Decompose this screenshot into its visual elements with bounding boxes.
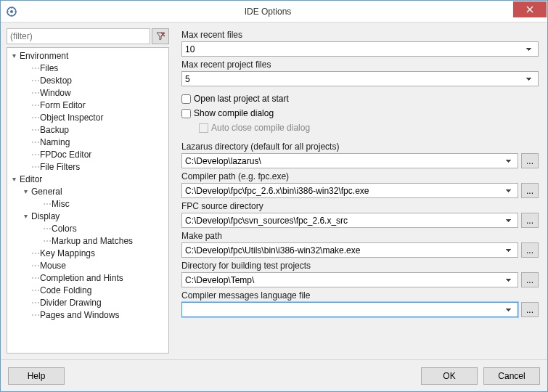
cancel-button[interactable]: Cancel xyxy=(483,367,540,385)
tree-leaf-icon xyxy=(22,261,30,269)
tree-item[interactable]: ⋯ Completion and Hints xyxy=(7,271,168,284)
tree-item[interactable]: ⋯ Key Mappings xyxy=(7,247,168,259)
tree-item-label: Files xyxy=(40,63,58,73)
close-button[interactable] xyxy=(513,1,547,17)
options-panel: Max recent files 10 Max recent project f… xyxy=(181,28,541,354)
filter-input[interactable] xyxy=(7,28,150,44)
tree-item-label: Desktop xyxy=(40,75,72,86)
tree-item[interactable]: ⋯ Divider Drawing xyxy=(7,296,168,309)
tree-leaf-icon xyxy=(33,200,41,208)
tree-item-label: Naming xyxy=(40,137,70,147)
tree-item[interactable]: ▾General xyxy=(7,185,168,197)
comp-path-select[interactable]: C:\Develop\fpc\fpc_2.6.x\bin\i386-win32\… xyxy=(181,183,518,198)
tree-item[interactable]: ⋯ Colors xyxy=(7,222,168,234)
tree-item[interactable]: ⋯ Desktop xyxy=(7,74,168,86)
comp-path-label: Compiler path (e.g. fpc.exe) xyxy=(181,171,539,181)
tree-item[interactable]: ▾Display xyxy=(7,210,168,222)
msg-file-select[interactable] xyxy=(181,302,518,317)
test-dir-label: Directory for building test projects xyxy=(181,261,539,271)
tree-item[interactable]: ⋯ Mouse xyxy=(7,259,168,271)
fpc-src-label: FPC source directory xyxy=(181,201,539,211)
test-dir-select[interactable]: C:\Develop\Temp\ xyxy=(181,272,518,287)
tree-item-label: File Filters xyxy=(40,162,80,172)
tree-item[interactable]: ⋯ File Filters xyxy=(7,160,168,173)
tree-connector: ⋯ xyxy=(31,285,40,295)
tree-item[interactable]: ⋯ Files xyxy=(7,62,168,74)
tree-item[interactable]: ⋯ Misc xyxy=(7,197,168,210)
tree-item-label: Key Mappings xyxy=(40,248,95,258)
tree-connector: ⋯ xyxy=(31,310,40,320)
tree-item-label: Completion and Hints xyxy=(40,273,123,283)
tree-item-label: Form Editor xyxy=(40,100,86,110)
tree-item-label: Environment xyxy=(20,51,68,61)
collapse-icon[interactable]: ▾ xyxy=(10,52,18,60)
tree-leaf-icon xyxy=(22,249,30,257)
make-path-select[interactable]: C:\Develop\fpc\Utils\bin\i386-win32\make… xyxy=(181,242,518,258)
tree-item[interactable]: ⋯ FPDoc Editor xyxy=(7,148,168,160)
tree-leaf-icon xyxy=(33,237,41,245)
tree-leaf-icon xyxy=(22,113,30,121)
tree-connector: ⋯ xyxy=(31,273,40,283)
tree-item-label: Editor xyxy=(20,174,42,184)
tree-leaf-icon xyxy=(22,101,30,109)
make-path-label: Make path xyxy=(181,231,539,241)
tree-item[interactable]: ⋯ Object Inspector xyxy=(7,111,168,123)
options-tree[interactable]: ▾Environment⋯ Files⋯ Desktop⋯ Window⋯ Fo… xyxy=(7,47,169,354)
tree-item[interactable]: ⋯ Naming xyxy=(7,136,168,148)
laz-dir-select[interactable]: C:\Develop\lazarus\ xyxy=(181,153,518,168)
make-path-browse[interactable]: ... xyxy=(521,242,539,258)
tree-item[interactable]: ▾Editor xyxy=(7,173,168,185)
tree-item[interactable]: ▾Environment xyxy=(7,49,168,62)
tree-connector: ⋯ xyxy=(31,88,40,98)
msg-file-browse[interactable]: ... xyxy=(521,302,539,317)
tree-leaf-icon xyxy=(22,274,30,282)
tree-connector: ⋯ xyxy=(31,100,40,110)
splitter[interactable] xyxy=(173,28,177,354)
tree-item-label: Object Inspector xyxy=(40,113,103,123)
tree-leaf-icon xyxy=(22,163,30,171)
tree-leaf-icon xyxy=(22,298,30,306)
laz-dir-browse[interactable]: ... xyxy=(521,153,539,168)
tree-connector: ⋯ xyxy=(43,224,52,234)
tree-item-label: Misc xyxy=(52,199,70,209)
fpc-src-browse[interactable]: ... xyxy=(521,213,539,228)
show-compile-checkbox[interactable]: Show compile dialog xyxy=(181,107,539,120)
tree-item-label: Pages and Windows xyxy=(40,310,119,320)
collapse-icon[interactable]: ▾ xyxy=(10,175,18,183)
max-recent-proj-select[interactable]: 5 xyxy=(181,71,539,86)
collapse-icon[interactable]: ▾ xyxy=(22,212,30,220)
ok-button[interactable]: OK xyxy=(421,367,478,385)
tree-item-label: Divider Drawing xyxy=(40,298,102,308)
test-dir-browse[interactable]: ... xyxy=(521,272,539,287)
tree-leaf-icon xyxy=(22,89,30,97)
collapse-icon[interactable]: ▾ xyxy=(22,187,30,195)
open-last-checkbox[interactable]: Open last project at start xyxy=(181,92,539,105)
tree-item[interactable]: ⋯ Markup and Matches xyxy=(7,234,168,247)
auto-close-checkbox: Auto close compile dialog xyxy=(199,121,539,134)
tree-item[interactable]: ⋯ Form Editor xyxy=(7,99,168,111)
max-recent-label: Max recent files xyxy=(181,30,539,40)
tree-leaf-icon xyxy=(22,126,30,134)
filter-clear-button[interactable] xyxy=(152,28,169,44)
max-recent-select[interactable]: 10 xyxy=(181,41,539,57)
tree-item-label: Mouse xyxy=(40,261,66,271)
tree-leaf-icon xyxy=(22,311,30,319)
tree-item-label: Display xyxy=(31,211,60,221)
help-button[interactable]: Help xyxy=(8,367,65,385)
comp-path-browse[interactable]: ... xyxy=(521,183,539,198)
tree-connector: ⋯ xyxy=(31,75,40,86)
tree-item-label: Backup xyxy=(40,125,69,135)
tree-leaf-icon xyxy=(22,150,30,158)
tree-item[interactable]: ⋯ Backup xyxy=(7,123,168,136)
tree-item-label: Markup and Matches xyxy=(52,236,133,246)
tree-connector: ⋯ xyxy=(31,162,40,172)
tree-connector: ⋯ xyxy=(31,125,40,135)
tree-item[interactable]: ⋯ Window xyxy=(7,86,168,99)
tree-item-label: Code Folding xyxy=(40,285,91,295)
tree-item-label: General xyxy=(31,187,62,197)
fpc-src-select[interactable]: C:\Develop\fpc\svn_sources\fpc_2.6.x_src xyxy=(181,213,518,228)
tree-item[interactable]: ⋯ Pages and Windows xyxy=(7,309,168,321)
msg-file-label: Compiler messages language file xyxy=(181,290,539,301)
tree-item[interactable]: ⋯ Code Folding xyxy=(7,284,168,296)
tree-leaf-icon xyxy=(22,76,30,84)
